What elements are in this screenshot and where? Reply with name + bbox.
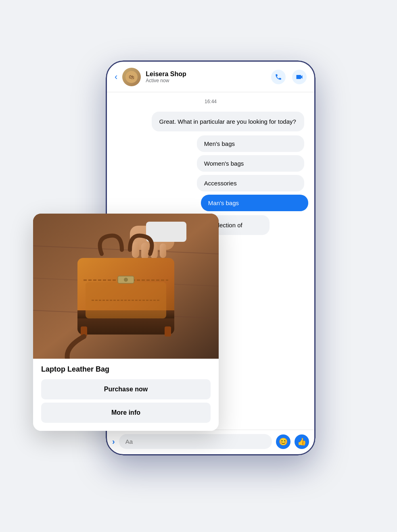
- header-icons: [271, 70, 307, 84]
- chat-input-bar: › 😊 👍: [106, 430, 316, 455]
- shop-name: Leisera Shop: [146, 71, 266, 78]
- chat-header: ‹ 🛍 Leisera Shop Active now: [106, 60, 316, 92]
- phone-icon: [275, 73, 282, 81]
- product-name: Laptop Leather Bag: [41, 365, 211, 374]
- expand-button[interactable]: ›: [112, 437, 115, 446]
- scene: ‹ 🛍 Leisera Shop Active now: [57, 44, 340, 488]
- product-info: Laptop Leather Bag Purchase now More inf…: [33, 359, 219, 431]
- emoji-button[interactable]: 😊: [276, 434, 290, 449]
- more-info-button[interactable]: More info: [41, 403, 211, 423]
- option-womens-bags[interactable]: Women's bags: [197, 155, 304, 172]
- header-info: Leisera Shop Active now: [146, 71, 266, 83]
- purchase-button[interactable]: Purchase now: [41, 379, 211, 399]
- svg-rect-9: [132, 242, 139, 258]
- product-image: [33, 214, 219, 359]
- svg-rect-10: [141, 243, 148, 260]
- svg-point-20: [124, 278, 128, 282]
- like-button[interactable]: 👍: [295, 434, 309, 449]
- back-button[interactable]: ‹: [115, 72, 117, 82]
- emoji-icon: 😊: [279, 437, 288, 446]
- thumbs-up-icon: 👍: [297, 437, 306, 446]
- call-button[interactable]: [271, 70, 286, 84]
- bot-message-1: Great. What in particular are you lookin…: [152, 112, 304, 131]
- bag-svg: [33, 214, 219, 359]
- svg-rect-22: [165, 326, 171, 337]
- svg-text:🛍: 🛍: [129, 74, 134, 80]
- svg-rect-12: [160, 243, 166, 258]
- svg-rect-8: [146, 222, 186, 242]
- video-icon: [295, 73, 303, 81]
- avatar: 🛍: [122, 68, 141, 86]
- product-card: Laptop Leather Bag Purchase now More inf…: [33, 214, 219, 431]
- timestamp: 16:44: [113, 99, 308, 104]
- message-input[interactable]: [119, 434, 272, 449]
- shop-status: Active now: [146, 78, 266, 83]
- video-call-button[interactable]: [292, 70, 307, 84]
- option-mens-bags[interactable]: Men's bags: [197, 135, 304, 152]
- avatar-image: 🛍: [122, 68, 141, 86]
- user-message-1: Man's bags: [201, 195, 308, 211]
- option-accessories[interactable]: Accessories: [197, 175, 304, 191]
